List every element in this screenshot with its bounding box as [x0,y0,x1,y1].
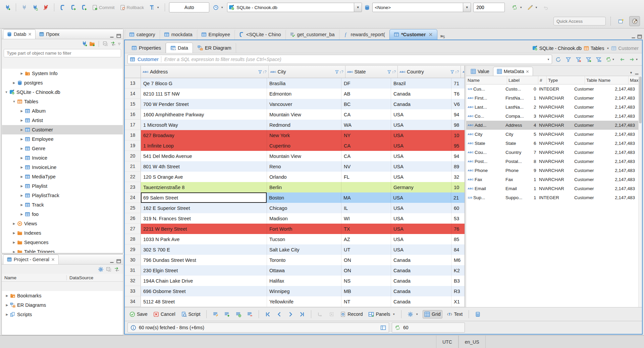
cell-state[interactable]: AB [341,89,391,99]
cell-country[interactable]: Canada [391,89,451,99]
cell-country[interactable]: Canada [391,296,451,307]
metadata-cell[interactable]: Customer [573,157,613,166]
cell-country[interactable]: USA [391,109,451,120]
column-header-address[interactable]: ABCAddress↕? [141,66,269,78]
last-row-button[interactable] [298,310,306,318]
add-filter-button[interactable] [584,55,592,63]
cell-state[interactable]: FL [341,172,391,182]
row-number[interactable]: 30 [125,255,141,265]
column-filter-sort-icons[interactable]: ↕? [335,70,343,74]
cell-address[interactable]: Tauentzienstraße 8 [141,182,267,192]
object-filter-input[interactable] [4,49,121,57]
rollback-button[interactable]: Rollback [118,4,146,11]
cell-postal[interactable]: 53 [451,213,465,224]
settings-button[interactable]: ▼ [406,310,420,318]
disconnect-button[interactable] [42,4,50,11]
cell-address[interactable]: 120 S Orange Ave [141,172,267,182]
tree-expander-icon[interactable]: ▶ [19,213,24,216]
link-with-editor-icon[interactable] [110,41,116,47]
cell-postal[interactable]: R3 [451,286,465,296]
metadata-cell[interactable]: Country [504,148,532,157]
metadata-cell[interactable]: NVARCHAR [538,130,573,139]
cell-address[interactable]: 541 Del Medio Avenue [141,151,267,161]
tree-item-tables[interactable]: ▼Tables [2,97,123,106]
metadata-cell[interactable]: NVARCHAR [538,112,573,121]
open-perspective-button[interactable] [616,16,626,26]
tree-expander-icon[interactable]: ▶ [19,166,24,169]
breadcrumb-tables[interactable]: Tables▼ [584,46,609,51]
metadata-cell[interactable]: 1 [532,193,538,202]
metadata-cell[interactable]: NVARCHAR [538,103,573,112]
breadcrumb-sqlite-chinook-db[interactable]: SQLite - Chinook.db [532,46,582,51]
table-row[interactable]: 18627 BroadwayNew YorkNYUSA10 [125,130,465,140]
auto-commit-button[interactable]: Auto [169,2,209,12]
previous-row-button[interactable] [275,310,283,318]
tree-item-genre[interactable]: ▶Genre [2,144,123,153]
first-row-button[interactable] [264,310,272,318]
close-icon[interactable] [51,257,55,262]
metadata-row[interactable]: 123Cus...Custo...0INTEGERCustomer2,147,4… [466,84,642,94]
tree-expander-icon[interactable]: ▶ [19,72,24,75]
tree-expander-icon[interactable]: ▶ [19,147,24,150]
cell-city[interactable]: Reno [267,161,341,172]
editor-tab-mockdata[interactable]: mockdata [160,29,197,40]
column-filter-sort-icons[interactable]: ↕? [258,70,267,74]
connect-button[interactable] [20,4,29,11]
cell-city[interactable]: Edmonton [267,89,341,99]
cell-city[interactable]: Chicago [267,203,341,213]
refresh-button[interactable]: ▼ [511,4,524,11]
cell-city[interactable]: Salt Lake City [267,244,341,255]
text-mode-button[interactable]: Text [445,310,464,318]
maximize-icon[interactable] [637,34,643,40]
filter-expression-input[interactable] [164,56,544,62]
edit-value-button[interactable] [211,310,220,318]
table-row[interactable]: 31230 Elgin StreetOttawaONCanadaK2 [125,265,465,276]
metadata-cell[interactable]: 2,147,483 [613,112,642,121]
cell-state[interactable]: NS [341,276,391,286]
metadata-cell[interactable]: 2,147,483 [613,121,642,130]
row-number[interactable]: 15 [125,99,141,109]
metadata-cell[interactable]: 123Sup... [466,193,504,202]
row-number[interactable]: 13 [125,78,141,89]
metadata-column-label[interactable]: Label [507,76,538,84]
editor-tab-get-customer-ba[interactable]: get_customer_ba [285,29,339,40]
maximize-icon[interactable] [116,33,122,39]
refresh-data-button[interactable]: ▼ [604,55,616,63]
cell-postal[interactable]: 95 [451,140,465,151]
row-number[interactable]: 22 [125,172,141,182]
table-row[interactable]: 26319 N. Frances StreetMadisonWIUSA53 [125,213,465,224]
table-row[interactable]: 32194A Chain Lake DriveHalifaxNSCanadaB3 [125,276,465,286]
tree-item-track[interactable]: ▶Track [2,200,123,210]
cell-postal[interactable]: 32 [451,172,465,182]
cell-address[interactable]: 8210 111 ST NW [141,89,267,99]
tree-item-table-triggers[interactable]: ▶Table Triggers [2,247,123,253]
row-number[interactable]: 33 [125,286,141,296]
cell-address[interactable]: 319 N. Frances Street [141,213,267,224]
previous-result-button[interactable] [618,55,626,63]
table-info-icon[interactable] [380,325,386,331]
metadata-cell[interactable]: ABCPhone [466,166,504,175]
metadata-cell[interactable]: NVARCHAR [538,94,573,103]
metadata-cell[interactable]: 0 [532,84,538,94]
maximize-icon[interactable] [116,258,122,264]
row-number[interactable]: 14 [125,89,141,99]
cell-city[interactable]: Yellowknife [267,296,341,307]
metadata-cell[interactable]: ABCCou... [466,148,504,157]
metadata-cell[interactable]: Customer [573,184,613,193]
collapse-all-icon[interactable] [106,267,112,272]
tree-item-system-info[interactable]: ▶iSystem Info [2,69,123,78]
column-header-datasource[interactable]: DataSource [67,275,93,280]
cell-country[interactable]: USA [391,244,451,255]
cell-postal[interactable]: 98 [451,120,465,130]
fetch-all-button[interactable] [327,310,336,318]
table-row[interactable]: 161600 Amphitheatre ParkwayMountain View… [125,109,465,120]
cell-state[interactable]: IL [341,203,391,213]
cell-country[interactable]: USA [391,224,451,234]
cell-country[interactable]: USA [391,130,451,140]
cell-postal[interactable]: 76 [451,224,465,234]
cell-postal[interactable]: M6 [451,255,465,265]
cell-address[interactable]: 2211 W Berry Street [141,224,267,234]
metadata-cell[interactable]: City [504,130,532,139]
clear-filter-button[interactable] [574,55,582,63]
metadata-row[interactable]: ABCEmailEmail1NVARCHARCustomer2,147,483 [466,184,642,193]
